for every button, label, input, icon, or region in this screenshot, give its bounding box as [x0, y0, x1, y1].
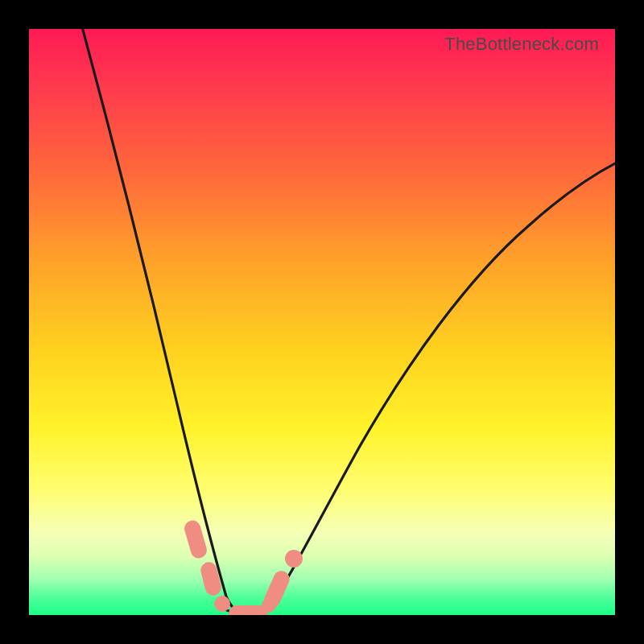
bead-valley-mid — [229, 605, 267, 615]
curve-right-arm — [269, 158, 615, 607]
bead-left-lower — [199, 560, 223, 597]
bead-right-lower — [262, 568, 292, 610]
bottleneck-curve — [29, 29, 615, 615]
curve-left-arm — [80, 29, 242, 613]
bead-right-upper — [285, 550, 303, 568]
bead-valley-left — [214, 596, 230, 612]
plot-area: TheBottleneck.com — [29, 29, 615, 615]
outer-frame: TheBottleneck.com — [0, 0, 644, 644]
bead-left-upper — [183, 518, 208, 560]
